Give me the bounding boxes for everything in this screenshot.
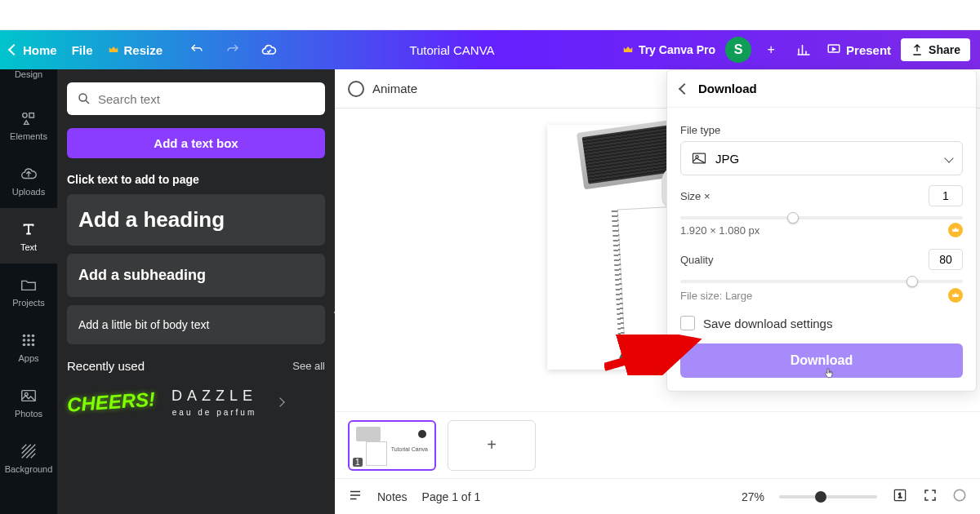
rail-item-apps[interactable]: Apps bbox=[0, 319, 57, 374]
size-value[interactable]: 1 bbox=[929, 185, 963, 206]
page-thumbnails: Tutorial Canva 1 + bbox=[335, 411, 980, 478]
rail-item-projects[interactable]: Projects bbox=[0, 264, 57, 319]
back-home-button[interactable]: Home bbox=[10, 43, 57, 57]
thumb-mock bbox=[418, 430, 426, 438]
svg-line-20 bbox=[604, 341, 694, 367]
rail-label: Uploads bbox=[12, 187, 45, 197]
rail-label: Design bbox=[15, 69, 42, 79]
scroll-right-icon[interactable] bbox=[275, 397, 284, 406]
cloud-sync-button[interactable] bbox=[256, 37, 282, 63]
file-menu[interactable]: File bbox=[72, 43, 93, 57]
annotation-arrow bbox=[604, 335, 710, 375]
zoom-slider[interactable] bbox=[779, 495, 877, 498]
add-subheading-button[interactable]: Add a subheading bbox=[67, 254, 325, 297]
add-heading-button[interactable]: Add a heading bbox=[67, 194, 325, 246]
browser-chrome-spacer bbox=[0, 0, 980, 30]
rail-label: Text bbox=[20, 242, 37, 252]
notes-button[interactable]: Notes bbox=[377, 490, 408, 503]
avatar-initial: S bbox=[734, 42, 743, 57]
search-icon bbox=[77, 91, 91, 106]
page-thumbnail-1[interactable]: Tutorial Canva 1 bbox=[348, 420, 436, 471]
save-settings-checkbox[interactable]: Save download settings bbox=[680, 316, 963, 330]
add-collaborator-button[interactable]: + bbox=[761, 40, 781, 60]
help-button[interactable] bbox=[952, 488, 967, 505]
add-text-box-button[interactable]: Add a text box bbox=[67, 128, 325, 158]
share-label: Share bbox=[929, 43, 960, 56]
present-icon bbox=[826, 42, 841, 57]
undo-button[interactable] bbox=[184, 37, 210, 63]
folder-icon bbox=[19, 275, 38, 295]
file-type-value: JPG bbox=[715, 152, 739, 166]
panel-back-button[interactable] bbox=[679, 82, 690, 94]
user-avatar[interactable]: S bbox=[725, 37, 751, 63]
side-rail: Design Elements Uploads Text Projects bbox=[0, 69, 57, 514]
add-body-text-button[interactable]: Add a little bit of body text bbox=[67, 305, 325, 344]
background-icon bbox=[19, 441, 38, 461]
app-header: Home File Resize Tutorial CANVA Try Canv… bbox=[0, 30, 980, 69]
text-icon bbox=[19, 219, 38, 239]
resize-label: Resize bbox=[124, 43, 163, 57]
animate-button[interactable]: Animate bbox=[372, 82, 417, 95]
svg-point-9 bbox=[23, 343, 26, 347]
download-button-label: Download bbox=[791, 353, 853, 367]
svg-rect-2 bbox=[29, 113, 33, 118]
checkbox-icon bbox=[680, 316, 695, 330]
share-icon bbox=[911, 43, 924, 56]
see-all-link[interactable]: See all bbox=[292, 360, 325, 372]
svg-point-5 bbox=[32, 335, 35, 338]
download-panel: Download File type JPG Size × 1 1.920 × … bbox=[666, 69, 977, 392]
rail-item-uploads[interactable]: Uploads bbox=[0, 153, 57, 208]
rail-item-elements[interactable]: Elements bbox=[0, 97, 57, 153]
svg-point-8 bbox=[32, 339, 35, 342]
thumb-number: 1 bbox=[353, 458, 363, 467]
click-hint-text: Click text to add to page bbox=[67, 173, 325, 186]
recent-template-cheers[interactable]: CHEERS! bbox=[66, 388, 156, 416]
size-slider[interactable] bbox=[680, 216, 963, 219]
try-pro-button[interactable]: Try Canva Pro bbox=[622, 43, 715, 56]
file-type-label: File type bbox=[680, 124, 963, 136]
plus-icon: + bbox=[487, 436, 497, 454]
add-page-button[interactable]: + bbox=[448, 420, 536, 471]
size-knob[interactable] bbox=[787, 212, 799, 224]
heading-label: Add a heading bbox=[78, 207, 225, 232]
share-button[interactable]: Share bbox=[901, 38, 970, 61]
pro-badge-icon bbox=[948, 288, 963, 303]
bottom-bar: Notes Page 1 of 1 27% 1 bbox=[335, 478, 980, 514]
zoom-percentage[interactable]: 27% bbox=[742, 490, 764, 503]
search-text-input[interactable] bbox=[67, 82, 325, 115]
svg-point-17 bbox=[954, 490, 965, 501]
rail-label: Elements bbox=[10, 131, 47, 141]
rail-item-design[interactable]: Design bbox=[0, 69, 57, 97]
rail-item-photos[interactable]: Photos bbox=[0, 374, 57, 430]
add-text-box-label: Add a text box bbox=[154, 136, 238, 150]
redo-button[interactable] bbox=[220, 37, 246, 63]
file-label: File bbox=[72, 43, 93, 57]
present-button[interactable]: Present bbox=[826, 42, 891, 57]
zoom-knob[interactable] bbox=[815, 491, 826, 503]
svg-point-3 bbox=[23, 335, 26, 338]
document-title[interactable]: Tutorial CANVA bbox=[282, 43, 622, 57]
body-label: Add a little bit of body text bbox=[78, 318, 209, 331]
recent-template-dazzle[interactable]: DAZZLE eau de parfum bbox=[172, 388, 257, 417]
animate-icon bbox=[348, 81, 364, 97]
download-button[interactable]: Download bbox=[680, 343, 963, 378]
rail-item-background[interactable]: Background bbox=[0, 430, 57, 485]
quality-slider[interactable] bbox=[680, 280, 963, 283]
svg-point-10 bbox=[27, 343, 30, 347]
svg-text:1: 1 bbox=[898, 491, 902, 499]
grid-view-button[interactable]: 1 bbox=[892, 487, 908, 506]
subheading-label: Add a subheading bbox=[78, 267, 206, 283]
rail-item-text[interactable]: Text bbox=[0, 208, 57, 264]
quality-knob[interactable] bbox=[906, 276, 918, 287]
rail-label: Photos bbox=[15, 409, 42, 419]
thumb-mock bbox=[356, 427, 381, 441]
search-field[interactable] bbox=[98, 92, 315, 106]
home-label: Home bbox=[23, 43, 57, 57]
chevron-down-icon bbox=[944, 153, 953, 162]
resize-button[interactable]: Resize bbox=[108, 43, 163, 57]
fullscreen-button[interactable] bbox=[923, 488, 938, 505]
plus-icon: + bbox=[767, 42, 774, 57]
file-type-select[interactable]: JPG bbox=[680, 141, 963, 175]
insights-button[interactable] bbox=[791, 37, 817, 63]
quality-value[interactable]: 80 bbox=[929, 249, 963, 270]
